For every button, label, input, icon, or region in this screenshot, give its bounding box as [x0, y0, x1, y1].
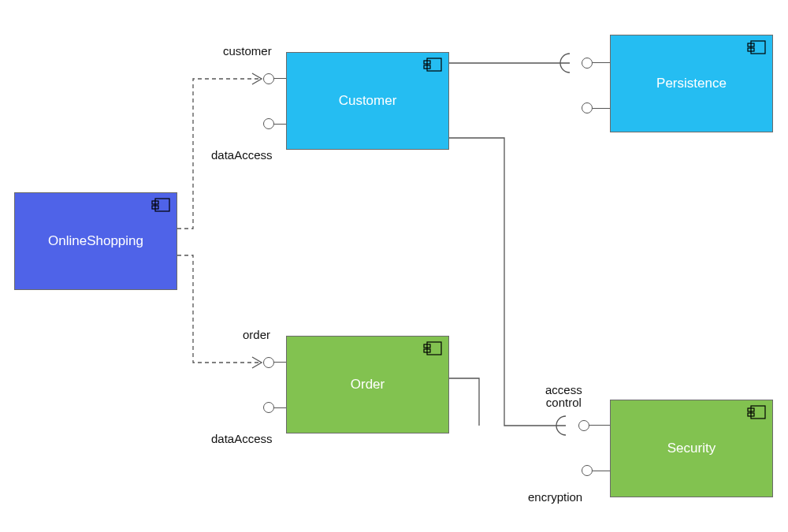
component-icon [423, 341, 442, 355]
svg-rect-6 [427, 342, 441, 355]
svg-rect-5 [424, 65, 430, 69]
interface-label-dataaccess-order: dataAccess [211, 432, 273, 445]
provided-interface-persistence-lower[interactable] [582, 102, 593, 113]
svg-rect-4 [424, 61, 430, 64]
component-persistence[interactable]: Persistence [610, 35, 773, 132]
component-security[interactable]: Security [610, 400, 773, 497]
interface-label-access-control: access control [545, 384, 582, 409]
svg-rect-11 [748, 48, 754, 51]
interface-label-dataaccess-customer: dataAccess [211, 148, 273, 162]
component-label: Customer [339, 93, 397, 109]
component-icon [747, 405, 766, 419]
required-socket-persistence-top [560, 54, 570, 73]
interface-label-order: order [243, 328, 270, 341]
svg-rect-14 [748, 413, 754, 416]
svg-rect-3 [427, 58, 441, 71]
component-label: Order [351, 377, 385, 392]
component-icon [423, 58, 442, 72]
component-label: Persistence [656, 76, 727, 91]
provided-interface-customer[interactable] [263, 73, 274, 84]
svg-rect-9 [751, 41, 765, 54]
provided-interface-dataaccess-order[interactable] [263, 402, 274, 413]
component-order[interactable]: Order [286, 336, 449, 433]
interface-stick-dataaccess-customer [274, 124, 286, 125]
interface-stick-dataaccess-order [274, 407, 286, 408]
svg-rect-7 [424, 344, 430, 348]
svg-rect-2 [152, 206, 158, 209]
required-socket-access-control [556, 416, 566, 435]
interface-stick-persistence-upper [593, 62, 610, 63]
component-icon [151, 198, 170, 212]
interface-label-encryption: encryption [528, 490, 582, 504]
interface-stick-access-control [589, 425, 610, 426]
interface-label-customer: customer [223, 44, 272, 58]
interface-stick-customer [274, 78, 286, 79]
svg-rect-10 [748, 43, 754, 47]
provided-interface-persistence-upper[interactable] [582, 58, 593, 69]
arrowhead-customer [252, 73, 262, 84]
provided-interface-dataaccess-customer[interactable] [263, 118, 274, 129]
component-customer[interactable]: Customer [286, 52, 449, 150]
svg-rect-1 [152, 201, 158, 204]
uml-component-diagram: OnlineShopping Customer Order Persistenc… [0, 0, 788, 532]
provided-interface-order[interactable] [263, 357, 274, 368]
component-online-shopping[interactable]: OnlineShopping [14, 192, 177, 290]
provided-interface-access-control[interactable] [578, 420, 589, 431]
svg-rect-13 [748, 408, 754, 411]
component-icon [747, 40, 766, 54]
svg-rect-0 [155, 199, 169, 211]
component-label: Security [667, 441, 716, 456]
connector-order-access-control [449, 378, 479, 426]
interface-stick-persistence-lower [593, 108, 610, 109]
component-label: OnlineShopping [48, 233, 143, 249]
dependency-onlineshopping-order [177, 255, 260, 363]
interface-stick-encryption [593, 471, 610, 471]
svg-rect-8 [424, 349, 430, 352]
svg-rect-12 [751, 406, 765, 419]
arrowhead-order [252, 357, 262, 368]
provided-interface-encryption[interactable] [582, 465, 593, 476]
interface-stick-order [274, 362, 286, 363]
